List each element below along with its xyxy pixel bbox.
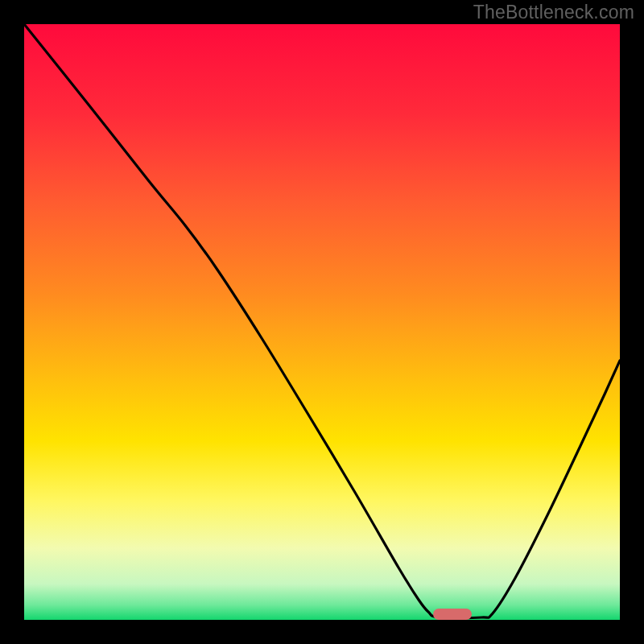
chart-stage: TheBottleneck.com [0, 0, 644, 644]
watermark-text: TheBottleneck.com [473, 2, 634, 23]
optimal-marker [433, 609, 472, 620]
bottleneck-chart [0, 0, 644, 644]
chart-gradient-bg [24, 24, 620, 620]
